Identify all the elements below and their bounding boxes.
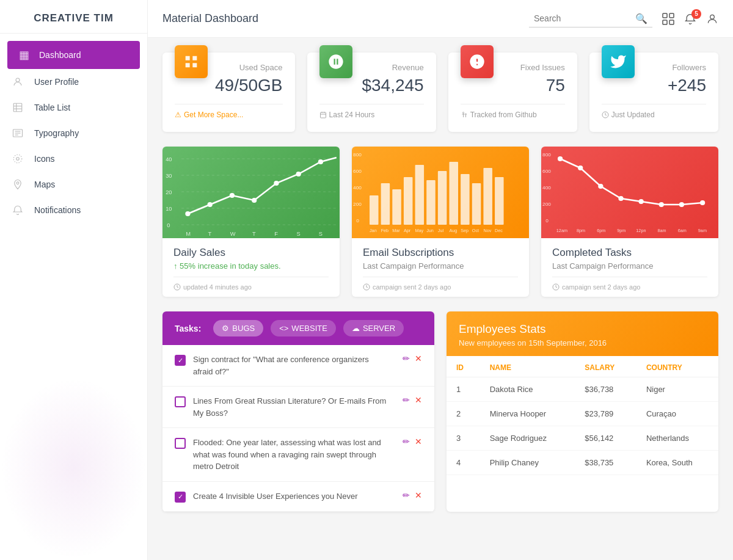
task-edit-3[interactable]: ✏: [403, 437, 410, 446]
svg-text:Apr: Apr: [404, 228, 411, 233]
sidebar-item-dashboard[interactable]: ▦ Dashboard: [7, 41, 140, 69]
get-more-space-link[interactable]: Get More Space...: [184, 111, 243, 119]
employees-header: Employees Stats New employees on 15th Se…: [447, 311, 718, 356]
svg-text:Dec: Dec: [495, 228, 503, 233]
task-delete-1[interactable]: ✕: [415, 354, 422, 363]
svg-text:Nov: Nov: [483, 228, 491, 233]
used-space-label: Used Space: [215, 62, 283, 73]
cell-salary: $56,142: [575, 426, 636, 451]
svg-point-94: [679, 202, 684, 207]
server-tab-label: SERVER: [363, 324, 395, 333]
svg-rect-60: [392, 189, 401, 225]
used-space-value: 49/50GB: [215, 76, 283, 95]
svg-text:T: T: [208, 231, 212, 237]
svg-rect-65: [450, 162, 459, 225]
task-checkbox-3[interactable]: [175, 438, 186, 449]
sidebar-item-user-profile[interactable]: User Profile: [0, 69, 147, 95]
task-edit-4[interactable]: ✏: [403, 490, 410, 500]
svg-rect-63: [426, 180, 436, 225]
completed-tasks-info: Completed Tasks Last Campaign Performanc…: [541, 238, 718, 297]
sidebar-item-notifications[interactable]: Notifications: [0, 197, 147, 223]
followers-footer: Just Updated: [602, 104, 706, 119]
task-delete-2[interactable]: ✕: [415, 395, 422, 405]
task-checkbox-2[interactable]: [175, 396, 186, 407]
revenue-footer-text: Last 24 Hours: [329, 111, 375, 119]
email-subscriptions-info: Email Subscriptions Last Campaign Perfor…: [352, 238, 529, 297]
task-edit-1[interactable]: ✏: [403, 354, 410, 363]
sidebar-item-table-list[interactable]: Table List: [0, 95, 147, 120]
svg-text:400: 400: [542, 185, 551, 191]
svg-text:200: 200: [353, 202, 362, 207]
svg-point-41: [252, 198, 257, 203]
completed-tasks-title: Completed Tasks: [552, 247, 707, 259]
grid-button[interactable]: [662, 13, 674, 25]
svg-text:40: 40: [166, 156, 172, 162]
cell-salary: $23,789: [575, 402, 636, 426]
sidebar-item-label: Dashboard: [39, 50, 81, 60]
svg-text:Aug: Aug: [450, 228, 458, 233]
notifications-button[interactable]: 5: [684, 13, 696, 25]
sidebar-item-maps[interactable]: Maps: [0, 172, 147, 197]
svg-rect-59: [381, 183, 390, 225]
svg-point-93: [659, 202, 664, 207]
task-checkbox-1[interactable]: [175, 355, 186, 366]
svg-text:i: i: [475, 58, 477, 67]
server-icon: ☁: [352, 324, 360, 333]
user-avatar-button[interactable]: [706, 13, 718, 25]
sidebar-item-icons[interactable]: Icons: [0, 146, 147, 172]
cell-name: Minerva Hooper: [480, 402, 575, 426]
tasks-tab-bugs[interactable]: ⚙ BUGS: [213, 320, 263, 336]
svg-point-26: [465, 114, 466, 115]
col-salary: Salary: [575, 356, 636, 377]
search-icon[interactable]: 🔍: [635, 13, 647, 24]
svg-text:600: 600: [542, 169, 551, 174]
chart-card-completed-tasks: 800 600 400 200 0: [541, 147, 718, 297]
svg-point-90: [598, 184, 603, 189]
task-delete-3[interactable]: ✕: [415, 437, 422, 446]
svg-text:W: W: [230, 231, 236, 237]
table-row: 3 Sage Rodriguez $56,142 Netherlands: [447, 426, 718, 451]
tasks-tab-website[interactable]: <> WEBSITE: [271, 320, 336, 336]
svg-rect-61: [404, 177, 413, 225]
svg-text:0: 0: [545, 218, 549, 224]
task-item: Create 4 Invisible User Experiences you …: [162, 482, 434, 512]
daily-sales-title: Daily Sales: [173, 247, 329, 259]
svg-text:Mar: Mar: [392, 228, 400, 233]
task-text-3: Flooded: One year later, assessing what …: [193, 437, 390, 473]
svg-text:8am: 8am: [658, 228, 666, 233]
fixed-issues-footer: Tracked from Github: [461, 104, 565, 119]
col-id: ID: [447, 356, 480, 377]
task-text-4: Create 4 Invisible User Experiences you …: [193, 490, 390, 503]
svg-text:800: 800: [542, 152, 551, 158]
sidebar-item-typography[interactable]: Typography: [0, 120, 147, 146]
task-checkbox-4[interactable]: [175, 492, 186, 503]
used-space-footer: ⚠ Get More Space...: [175, 104, 283, 119]
chart-card-email-subscriptions: 800 600 400 200 0: [352, 147, 529, 297]
svg-text:6am: 6am: [678, 228, 687, 233]
task-edit-2[interactable]: ✏: [403, 395, 410, 405]
search-input[interactable]: [534, 13, 632, 23]
sidebar-item-label: User Profile: [34, 77, 79, 87]
stat-card-fixed-issues: i Fixed Issues 75 Tracked from Github: [448, 53, 577, 132]
task-actions-3: ✏ ✕: [403, 437, 422, 446]
svg-rect-64: [438, 171, 447, 225]
notifications-icon: [12, 205, 26, 216]
svg-text:Feb: Feb: [381, 228, 389, 233]
revenue-label: Revenue: [360, 62, 424, 73]
col-country: Country: [636, 356, 718, 377]
sidebar-item-label: Typography: [34, 128, 79, 138]
col-name: Name: [480, 356, 575, 377]
svg-text:M: M: [186, 231, 191, 237]
cell-name: Philip Chaney: [480, 451, 575, 475]
email-subscriptions-title: Email Subscriptions: [363, 247, 518, 259]
page-title: Material Dashboard: [162, 12, 519, 25]
tasks-tab-server[interactable]: ☁ SERVER: [343, 320, 404, 336]
svg-text:0: 0: [356, 218, 359, 224]
website-icon: <>: [279, 324, 288, 333]
bottom-row: Tasks: ⚙ BUGS <> WEBSITE ☁ SERVER: [162, 311, 718, 512]
task-delete-4[interactable]: ✕: [415, 490, 422, 500]
svg-rect-15: [669, 20, 674, 24]
svg-rect-13: [669, 13, 674, 18]
table-row: 4 Philip Chaney $38,735 Korea, South: [447, 451, 718, 475]
svg-text:Jun: Jun: [426, 228, 434, 233]
